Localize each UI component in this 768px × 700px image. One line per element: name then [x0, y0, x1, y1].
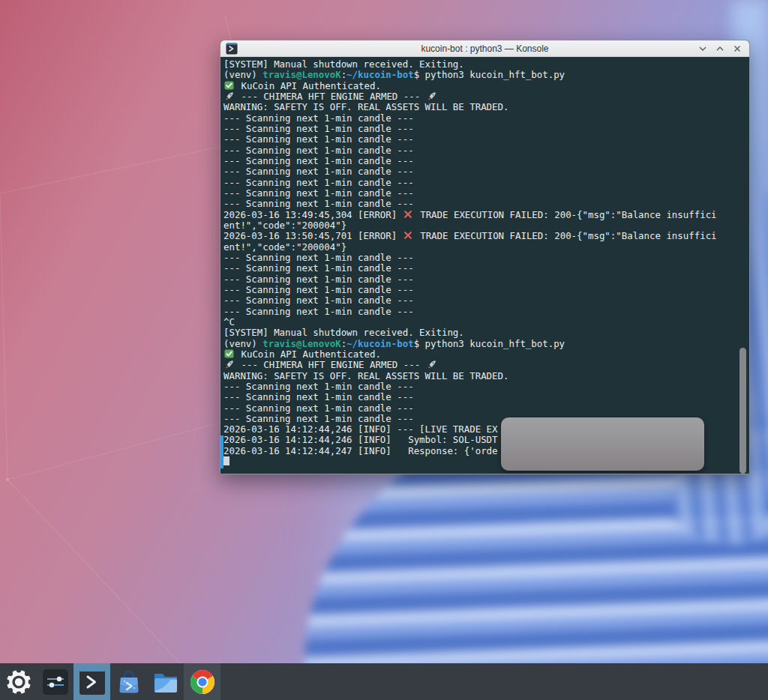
terminal-text: --- CHIMERA HFT ENGINE ARMED --- — [236, 359, 426, 370]
terminal-text: (venv) — [224, 338, 262, 349]
terminal-text: TRADE EXECUTION FAILED: 200-{"msg":"Bala… — [415, 230, 717, 241]
terminal-text: --- Scanning next 1-min candle --- — [224, 284, 414, 295]
terminal-line: WARNING: SAFETY IS OFF. REAL ASSETS WILL… — [224, 102, 749, 112]
taskbar-item-dolphin[interactable] — [147, 663, 184, 700]
terminal-line: KuCoin API Authenticated. — [224, 349, 749, 360]
terminal-text: [SYSTEM] Manual shutdown received. Exiti… — [224, 58, 464, 70]
terminal-line: 2026-03-16 13:49:45,304 [ERROR] TRADE EX… — [224, 210, 749, 220]
terminal-line: WARNING: SAFETY IS OFF. REAL ASSETS WILL… — [224, 371, 749, 381]
terminal-line: --- Scanning next 1-min candle --- — [224, 263, 749, 274]
close-button[interactable] — [732, 43, 742, 54]
terminal-line: ^C — [224, 317, 749, 328]
terminal-line: [SYSTEM] Manual shutdown received. Exiti… — [224, 59, 749, 70]
terminal-text: --- Scanning next 1-min candle --- — [224, 413, 414, 424]
terminal-text: --- Scanning next 1-min candle --- — [224, 145, 414, 156]
minimize-button[interactable] — [698, 43, 708, 54]
cross-icon — [404, 231, 413, 240]
terminal-text: ^C — [224, 316, 235, 328]
terminal-text: --- Scanning next 1-min candle --- — [224, 402, 414, 414]
terminal-text: --- Scanning next 1-min candle --- — [224, 252, 414, 263]
terminal-text: --- Scanning next 1-min candle --- — [224, 133, 414, 145]
terminal-text: --- Scanning next 1-min candle --- — [224, 391, 414, 402]
terminal-line: [SYSTEM] Manual shutdown received. Exiti… — [224, 328, 749, 338]
settings-sliders-icon — [42, 669, 69, 696]
rocket-icon — [427, 91, 436, 100]
terminal-line: KuCoin API Authenticated. — [224, 81, 749, 91]
terminal-text: ~/kucoin-bot — [346, 69, 414, 80]
terminal-area[interactable]: [SYSTEM] Manual shutdown received. Exiti… — [220, 57, 749, 474]
terminal-text: ent!","code":"200004"} — [224, 220, 346, 231]
terminal-text: WARNING: SAFETY IS OFF. REAL ASSETS WILL… — [224, 370, 508, 381]
terminal-text: travis@LenovoK — [262, 69, 340, 80]
terminal-line: --- Scanning next 1-min candle --- — [224, 113, 749, 124]
new-output-indicator — [220, 435, 224, 468]
terminal-line: --- Scanning next 1-min candle --- — [224, 156, 749, 166]
terminal-line: --- Scanning next 1-min candle --- — [224, 166, 749, 177]
discover-bag-icon — [116, 669, 142, 696]
terminal-text: 2026-03-16 14:12:44,246 [INFO] Symbol: S… — [224, 434, 498, 445]
konsole-window: kucoin-bot : python3 — Konsole [SYSTEM] … — [220, 40, 750, 474]
terminal-line: --- Scanning next 1-min candle --- — [224, 274, 749, 285]
cross-icon — [404, 210, 413, 219]
terminal-text: --- Scanning next 1-min candle --- — [224, 262, 414, 274]
rocket-icon — [427, 360, 436, 369]
maximize-button[interactable] — [715, 43, 725, 54]
terminal-text: 2026-03-16 13:50:45,701 [ERROR] — [224, 230, 403, 241]
redacted-overlay — [501, 417, 704, 471]
terminal-text: $ python3 kucoin_hft_bot.py — [414, 69, 565, 80]
terminal-text: --- Scanning next 1-min candle --- — [224, 381, 414, 392]
window-titlebar[interactable]: kucoin-bot : python3 — Konsole — [220, 40, 749, 57]
chrome-icon — [189, 669, 216, 696]
terminal-text: --- Scanning next 1-min candle --- — [224, 177, 414, 188]
terminal-text: KuCoin API Authenticated. — [236, 80, 381, 91]
taskbar-item-chrome[interactable] — [184, 663, 220, 700]
terminal-line: --- Scanning next 1-min candle --- — [224, 381, 749, 392]
terminal-text: --- Scanning next 1-min candle --- — [224, 166, 414, 177]
terminal-text: (venv) — [224, 69, 262, 80]
app-launcher-icon — [5, 669, 32, 696]
rocket-icon — [224, 91, 234, 100]
rocket-icon — [224, 360, 234, 369]
terminal-text: --- Scanning next 1-min candle --- — [224, 187, 414, 199]
taskbar-item-kubuntu[interactable] — [0, 663, 37, 700]
terminal-output: [SYSTEM] Manual shutdown received. Exiti… — [224, 59, 749, 467]
terminal-text: : — [341, 69, 346, 80]
window-title: kucoin-bot : python3 — Konsole — [220, 43, 749, 54]
terminal-text: travis@LenovoK — [262, 338, 340, 349]
terminal-text: --- Scanning next 1-min candle --- — [224, 155, 414, 166]
terminal-line: --- CHIMERA HFT ENGINE ARMED --- — [224, 360, 749, 370]
terminal-line: 2026-03-16 13:50:45,701 [ERROR] TRADE EX… — [224, 231, 749, 241]
terminal-line: ent!","code":"200004"} — [224, 220, 749, 231]
terminal-line: (venv) travis@LenovoK:~/kucoin-bot$ pyth… — [224, 70, 749, 80]
terminal-line: --- Scanning next 1-min candle --- — [224, 124, 749, 134]
terminal-text: WARNING: SAFETY IS OFF. REAL ASSETS WILL… — [224, 101, 508, 112]
terminal-cursor — [224, 456, 230, 465]
terminal-text: 2026-03-16 14:12:44,246 [INFO] --- [LIVE… — [224, 423, 498, 435]
terminal-scrollbar[interactable] — [740, 348, 746, 474]
konsole-app-icon — [226, 43, 238, 55]
terminal-text: --- Scanning next 1-min candle --- — [224, 306, 414, 317]
check-icon — [224, 81, 234, 90]
terminal-text: TRADE EXECUTION FAILED: 200-{"msg":"Bala… — [415, 209, 717, 220]
terminal-line: --- Scanning next 1-min candle --- — [224, 307, 749, 317]
taskbar-item-konsole[interactable] — [74, 663, 110, 700]
terminal-line: --- Scanning next 1-min candle --- — [224, 134, 749, 145]
terminal-line: --- Scanning next 1-min candle --- — [224, 285, 749, 295]
terminal-line: --- Scanning next 1-min candle --- — [224, 403, 749, 414]
terminal-text: ~/kucoin-bot — [346, 338, 414, 349]
taskbar-item-discover[interactable] — [110, 663, 147, 700]
terminal-text: 2026-03-16 14:12:44,247 [INFO] Response:… — [224, 445, 498, 456]
terminal-text: --- Scanning next 1-min candle --- — [224, 198, 414, 209]
folder-icon — [152, 669, 179, 695]
terminal-text: ent!","code":"200004"} — [224, 241, 346, 253]
taskbar — [0, 663, 768, 700]
terminal-text: 2026-03-16 13:49:45,304 [ERROR] — [224, 209, 403, 220]
taskbar-item-settings[interactable] — [37, 663, 74, 700]
terminal-line: --- Scanning next 1-min candle --- — [224, 188, 749, 199]
terminal-line: --- Scanning next 1-min candle --- — [224, 145, 749, 156]
desktop: kucoin-bot : python3 — Konsole [SYSTEM] … — [0, 0, 768, 700]
terminal-line: --- Scanning next 1-min candle --- — [224, 295, 749, 306]
terminal-line: --- Scanning next 1-min candle --- — [224, 253, 749, 263]
terminal-line: ent!","code":"200004"} — [224, 242, 749, 253]
terminal-text: [SYSTEM] Manual shutdown received. Exiti… — [224, 327, 464, 338]
